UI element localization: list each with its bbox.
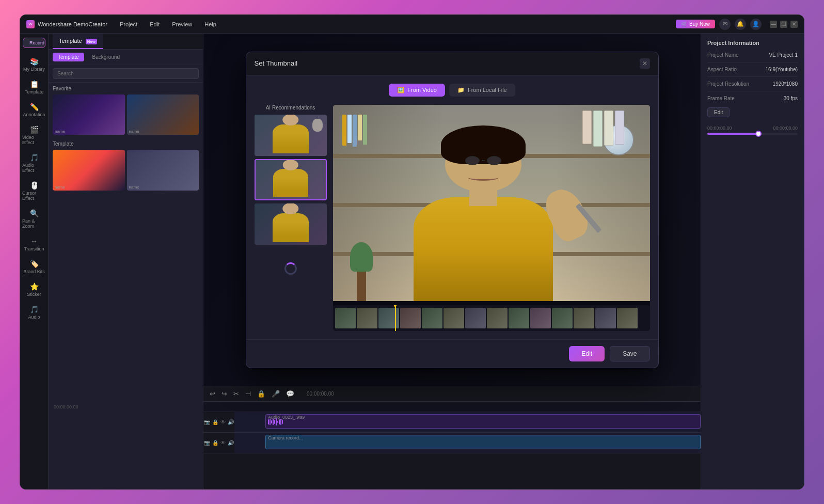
favorite-thumb-1[interactable]: name bbox=[53, 94, 125, 135]
sidebar-item-library[interactable]: 📚 My Library bbox=[20, 54, 48, 75]
sub-tab-background[interactable]: Background bbox=[87, 53, 125, 61]
main-area: Record 📚 My Library 📋 Template ✏️ Annota… bbox=[20, 34, 804, 489]
frame-12 bbox=[574, 308, 594, 328]
menu-project[interactable]: Project bbox=[118, 20, 139, 28]
audio-lock-icon: 🔒 bbox=[212, 419, 218, 425]
menu-preview[interactable]: Preview bbox=[170, 20, 194, 28]
tab-template[interactable]: Template New bbox=[53, 34, 103, 49]
undo-button[interactable]: ↩ bbox=[210, 390, 215, 398]
modal-timeline-strip[interactable] bbox=[333, 305, 650, 331]
sub-tab-template[interactable]: Template bbox=[53, 53, 84, 61]
panel-search bbox=[49, 65, 203, 83]
template-grid: name name bbox=[53, 150, 199, 190]
sidebar-item-brand-kits[interactable]: 🏷️ Brand Kits bbox=[20, 257, 48, 277]
panel-tabs: Template New bbox=[49, 34, 203, 50]
project-edit-button[interactable]: Edit bbox=[707, 107, 730, 117]
glasses bbox=[456, 156, 510, 167]
sidebar-item-audio-effect[interactable]: 🎵 Audio Effect bbox=[20, 150, 48, 176]
audio-track-content[interactable]: Audio_0023_.wav bbox=[234, 412, 701, 432]
person-figure bbox=[396, 128, 571, 301]
split-button[interactable]: ⊣ bbox=[245, 390, 251, 398]
menu-help[interactable]: Help bbox=[202, 20, 218, 28]
favorite-section: Favorite name name bbox=[49, 83, 203, 138]
time-slider-thumb bbox=[755, 131, 762, 137]
sticker-icon: ⭐ bbox=[30, 282, 39, 291]
mail-icon[interactable]: ✉ bbox=[719, 19, 731, 30]
sidebar-item-sticker[interactable]: ⭐ Sticker bbox=[20, 279, 48, 300]
resolution-row: Project Resolution 1920*1080 bbox=[707, 81, 798, 87]
time-progress-slider[interactable] bbox=[707, 133, 798, 135]
panel-sub-tabs: Template Background bbox=[49, 50, 203, 65]
binder-4 bbox=[615, 111, 624, 145]
local-file-icon: 📁 bbox=[457, 87, 465, 93]
template-thumb-2[interactable]: name bbox=[127, 150, 199, 190]
search-input[interactable] bbox=[53, 68, 199, 79]
redo-button[interactable]: ↪ bbox=[221, 390, 227, 398]
ai-thumb-3[interactable] bbox=[255, 203, 327, 245]
camera-track-content[interactable]: Camera record... bbox=[234, 433, 701, 453]
resolution-label: Project Resolution bbox=[707, 81, 749, 87]
strip-frames bbox=[333, 306, 650, 330]
sidebar-item-video-effect[interactable]: 🎬 Video Effect bbox=[20, 122, 48, 148]
favorite-thumb-2[interactable]: name bbox=[127, 94, 199, 135]
plant-stem bbox=[357, 272, 366, 301]
user-icon[interactable]: 👤 bbox=[750, 19, 762, 30]
divider-1 bbox=[707, 62, 798, 62]
sidebar-label-audio-effect: Audio Effect bbox=[22, 163, 46, 173]
sidebar-item-annotation[interactable]: ✏️ Annotation bbox=[20, 100, 48, 120]
save-button[interactable]: Save bbox=[610, 346, 649, 361]
sidebar-item-transition[interactable]: ↔️ Transition bbox=[20, 234, 48, 255]
maximize-button[interactable]: ❐ bbox=[780, 21, 787, 28]
template-section: Template name name bbox=[49, 138, 203, 193]
favorite-title: Favorite bbox=[53, 86, 199, 91]
buy-now-label: Buy Now bbox=[689, 21, 710, 27]
title-bar-right: 🛒 Buy Now ✉ 🔔 👤 — ❐ ✕ bbox=[676, 19, 798, 30]
buy-now-button[interactable]: 🛒 Buy Now bbox=[676, 20, 715, 28]
project-info-title: Project Information bbox=[707, 40, 798, 46]
sidebar-label-transition: Transition bbox=[24, 246, 44, 251]
mic-button[interactable]: 🎤 bbox=[272, 390, 280, 398]
ai-thumb-2[interactable] bbox=[255, 159, 327, 200]
sidebar-item-audio[interactable]: 🎵 Audio bbox=[20, 302, 48, 323]
cut-button[interactable]: ✂ bbox=[233, 390, 239, 398]
edit-button[interactable]: Edit bbox=[569, 346, 605, 361]
video-effect-icon: 🎬 bbox=[30, 125, 39, 134]
main-preview-area bbox=[333, 105, 650, 331]
audio-track-controls: 📷 🔒 👁 🔊 bbox=[203, 419, 234, 425]
close-button[interactable]: ✕ bbox=[790, 21, 798, 28]
timeline-time-label: 00:00:00.00 bbox=[307, 391, 334, 397]
sidebar-item-template[interactable]: 📋 Template bbox=[20, 77, 48, 98]
modal-header: Set Thumbnail ✕ bbox=[246, 52, 658, 75]
from-local-file-tab[interactable]: 📁 From Local File bbox=[449, 84, 515, 97]
timeline-playhead bbox=[395, 305, 396, 331]
frame-rate-value: 30 fps bbox=[784, 96, 798, 101]
from-local-label: From Local File bbox=[468, 87, 507, 93]
menu-edit[interactable]: Edit bbox=[148, 20, 162, 28]
lock-button[interactable]: 🔒 bbox=[257, 390, 265, 398]
cam-lock-icon: 🔒 bbox=[212, 440, 218, 446]
frame-7 bbox=[465, 308, 486, 328]
template-thumb-1[interactable]: name bbox=[53, 150, 125, 190]
sidebar-item-pan-zoom[interactable]: 🔍 Pan & Zoom bbox=[20, 206, 48, 232]
from-video-tab[interactable]: 🖼️ From Video bbox=[389, 84, 445, 97]
record-button[interactable]: Record bbox=[23, 38, 45, 48]
comment-button[interactable]: 💬 bbox=[286, 390, 294, 398]
divider-2 bbox=[707, 76, 798, 77]
bookshelf-scene bbox=[333, 105, 650, 301]
person-shirt bbox=[414, 197, 553, 301]
modal-overlay: Set Thumbnail ✕ 🖼️ From Video bbox=[203, 34, 701, 386]
resolution-value: 1920*1080 bbox=[773, 81, 798, 87]
sidebar-label-sticker: Sticker bbox=[27, 292, 41, 297]
spinner-icon bbox=[284, 262, 297, 275]
app-logo: W Wondershare DemoCreator bbox=[26, 20, 107, 28]
template-new-badge: New bbox=[86, 39, 97, 44]
minimize-button[interactable]: — bbox=[770, 21, 777, 28]
tab-template-label: Template bbox=[59, 38, 82, 44]
binder-2 bbox=[593, 111, 603, 147]
modal-close-button[interactable]: ✕ bbox=[640, 58, 650, 69]
logo-icon: W bbox=[26, 20, 35, 28]
notification-icon[interactable]: 🔔 bbox=[735, 19, 746, 30]
sidebar-item-cursor-effect[interactable]: 🖱️ Cursor Effect bbox=[20, 178, 48, 204]
ai-thumb-1[interactable] bbox=[255, 115, 327, 156]
wave-bar-9 bbox=[280, 419, 281, 425]
